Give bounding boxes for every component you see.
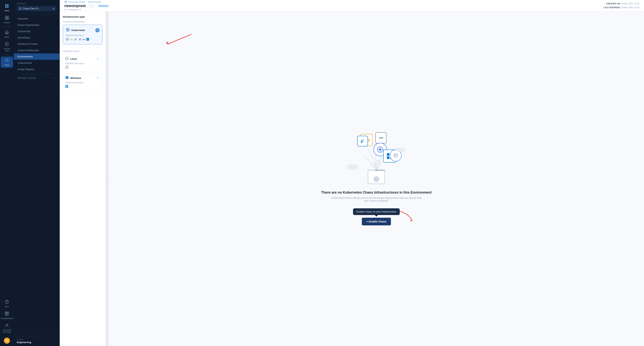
sidebar-item-environments[interactable]: Environments: [14, 54, 60, 60]
help-label: HELP: [4, 306, 9, 308]
breadcrumb-app[interactable]: Chaos-Dev-Prod2: [68, 1, 85, 3]
user-avatar-area[interactable]: SS: [4, 338, 10, 344]
left-panel: Infrastructure type Container Orchestrat…: [60, 12, 106, 346]
project-selector: Project Chaos-Dev-Pr... ▶: [14, 0, 60, 14]
right-panel: aws vm: [109, 12, 644, 346]
fault-icon-gcp: [78, 38, 82, 42]
copy-icon[interactable]: ⧉: [80, 8, 81, 11]
empty-state-title: There are no Kubernetes Chaos Infrastruc…: [321, 190, 432, 194]
sidebar-item-overview[interactable]: Overview: [14, 16, 60, 22]
svg-rect-0: [5, 4, 7, 6]
fault-icon-windows: [65, 85, 68, 88]
windows-fault-icons: [65, 85, 100, 88]
breadcrumb-sep: ›: [86, 1, 87, 3]
svg-rect-28: [70, 39, 73, 40]
kubernetes-name: Kubernetes: [72, 29, 94, 32]
sidebar-item-account-settings[interactable]: ACCOUNT SETTINGS: [1, 322, 13, 335]
cloud-2: [396, 148, 405, 152]
svg-rect-20: [20, 9, 21, 10]
sidebar-item-builds[interactable]: Builds: [1, 28, 13, 40]
sidebar-item-help[interactable]: HELP: [1, 298, 13, 309]
svg-rect-19: [19, 9, 20, 10]
icon-divider-2: [3, 55, 11, 55]
sidebar-item-image-registry[interactable]: Image Registry: [14, 66, 60, 72]
enable-chaos-tooltip: Enable Chaos on your infrastructure: [353, 208, 400, 215]
user-avatar[interactable]: SS: [4, 338, 10, 344]
svg-rect-51: [387, 153, 390, 156]
project-name-text: Chaos-Dev-Pr...: [22, 7, 40, 10]
svg-rect-15: [7, 313, 8, 315]
sidebar-item-projects[interactable]: Projects: [1, 14, 13, 25]
svg-rect-6: [5, 18, 6, 20]
sidebar-item-chaosguard[interactable]: ChaosGuard: [14, 60, 60, 66]
linux-card-header: Linux 0: [65, 57, 100, 61]
arrow-to-k8s-card: [156, 31, 195, 54]
overview-label: Overview: [18, 17, 28, 20]
svg-point-47: [376, 161, 380, 164]
home-label: Home: [4, 10, 9, 12]
sidebar-item-gamedays[interactable]: GameDays: [14, 34, 60, 41]
fault-icon-linux: [65, 66, 68, 69]
windows-card-header: Windows 0: [65, 76, 100, 80]
projects-label: Projects: [4, 22, 10, 24]
created-value: 29 Mar 2024, 23:36: [621, 2, 640, 5]
header-right: CREATED ON: 29 Mar 2024, 23:36 LAST MODI…: [604, 2, 640, 10]
builds-label: Builds: [4, 36, 10, 38]
linux-fault-label: Supported fault types:: [65, 62, 100, 64]
illustration-inner: aws vm: [346, 132, 407, 186]
kubernetes-card[interactable]: Kubernetes 0 Supported fault types:: [63, 25, 102, 44]
svg-rect-14: [5, 313, 7, 315]
svg-point-27: [67, 39, 68, 40]
project-name-button[interactable]: Chaos-Dev-Pr... ▶: [17, 6, 56, 11]
home-icon: [5, 4, 9, 9]
icon-bar: Home Projects Builds: [0, 0, 14, 346]
tag-icon: [90, 5, 91, 7]
sidebar-item-chaoshubs[interactable]: ChaosHubs: [14, 28, 60, 34]
env-badge[interactable]: Pre-Prod: [97, 4, 110, 8]
sidebar: Project Chaos-Dev-Pr... ▶ Overview Chaos…: [14, 0, 60, 346]
linux-card[interactable]: Linux 0 Supported fault types:: [63, 54, 102, 72]
svg-point-22: [66, 2, 66, 2]
svg-point-36: [67, 58, 68, 58]
chevron-icon: ▶: [53, 8, 54, 10]
chaosguard-label: ChaosGuard: [18, 62, 32, 64]
svg-point-35: [66, 58, 67, 58]
project-setup-section[interactable]: PROJECT SETUP ⌄: [14, 76, 60, 80]
tag-badge[interactable]: 0: [88, 4, 95, 8]
help-icon: [5, 300, 9, 305]
sidebar-org-name: Engineering: [17, 341, 56, 344]
sidebar-item-dashboards[interactable]: DASHBOARDS: [1, 310, 13, 321]
sidebar-item-chaos[interactable]: Chaos: [1, 57, 13, 68]
sidebar-item-chaos-dashboards[interactable]: Chaos Dashboards: [14, 47, 60, 54]
svg-rect-39: [67, 76, 68, 78]
fault-icon-windows-k8s: [86, 38, 90, 42]
chaos-experiments-label: Chaos Experiments: [18, 24, 39, 26]
project-label: Project: [17, 3, 56, 5]
kubernetes-card-header: Kubernetes 0: [66, 28, 100, 33]
fault-icon-aws: [70, 38, 73, 42]
tag-count: 0: [92, 5, 93, 7]
svg-rect-32: [86, 40, 88, 41]
kubernetes-icon: [66, 28, 70, 33]
kubernetes-count: 0: [95, 28, 100, 32]
sidebar-item-resilience-probes[interactable]: Resilience Probes: [14, 41, 60, 47]
svg-rect-3: [7, 6, 8, 8]
project-setup-label: PROJECT SETUP: [18, 77, 36, 79]
breadcrumb-section[interactable]: Environments: [88, 1, 101, 3]
windows-count: 0: [96, 76, 100, 80]
svg-point-50: [380, 149, 381, 150]
sidebar-item-home[interactable]: Home: [1, 2, 13, 14]
enable-chaos-button[interactable]: + Enable Chaos: [362, 218, 391, 225]
sidebar-item-security-tests[interactable]: Security Tests: [1, 40, 13, 54]
resize-handle[interactable]: ⋮: [106, 12, 109, 346]
sidebar-item-chaos-experiments[interactable]: Chaos Experiments: [14, 22, 60, 28]
sidebar-bottom: CHAOS Engineering: [14, 336, 60, 346]
arrow-to-button: [398, 210, 415, 224]
svg-rect-42: [66, 85, 66, 86]
windows-card[interactable]: Windows 0 Supported fault types:: [63, 73, 102, 91]
svg-rect-18: [20, 8, 21, 8]
box-illustration: [368, 170, 385, 184]
header-left: Chaos-Dev-Prod2 › Environments › newonpr…: [64, 0, 110, 11]
page-header: Chaos-Dev-Prod2 › Environments › newonpr…: [60, 0, 644, 12]
windows-icon: [65, 76, 69, 80]
